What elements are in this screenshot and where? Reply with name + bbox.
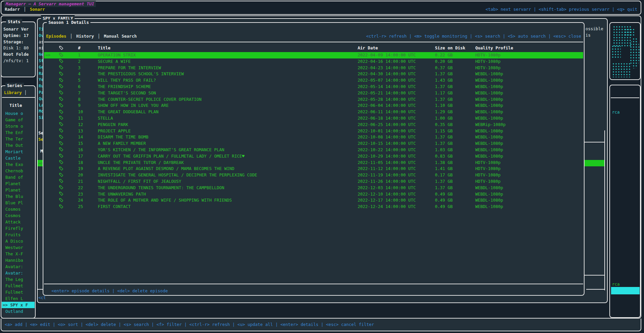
episode-row[interactable]: 15A NEW FAMILY MEMBER2022-10-15 14:00:00…: [44, 140, 583, 147]
episode-row[interactable]: 18UNCLE THE PRIVATE TUTOR / DAYBREAK2022…: [44, 160, 583, 166]
episode-row[interactable]: 16YOR'S KITCHEN / THE INFORMANT'S GREAT …: [44, 147, 583, 153]
episode-quality: WEBDL-1080p: [475, 77, 583, 84]
episode-number: 1: [78, 52, 98, 58]
episode-number: 17: [78, 153, 98, 160]
selection-marker: [44, 115, 59, 122]
poster-panel: [609, 22, 641, 80]
series-list-item[interactable]: Fullmet: [2, 289, 35, 295]
series-list-item[interactable]: Chernob: [2, 168, 35, 174]
series-list-item[interactable]: Storm o: [2, 123, 35, 129]
episode-size: 1.37 GB: [435, 140, 475, 147]
episode-row[interactable]: 22THE UNDERGROUND TENNIS TOURNAMENT: THE…: [44, 185, 583, 191]
episode-row[interactable]: 14DISARM THE TIME BOMB2022-10-08 14:00:0…: [44, 134, 583, 140]
series-list-item[interactable]: Westwor: [2, 244, 35, 251]
selection-marker: [44, 147, 59, 153]
episode-row[interactable]: 3PREPARE FOR THE INTERVIEW2022-04-23 14:…: [44, 65, 583, 71]
series-list-item[interactable]: House o: [2, 110, 35, 117]
series-list: House oGame ofStorm oThe EnfThe TerThe O…: [2, 110, 35, 315]
managarr-app: Managarr — A Servarr management TUI Rada…: [0, 0, 644, 333]
episode-air-date: 2022-05-07 14:00:00 UTC: [358, 77, 435, 84]
episode-number: 21: [78, 178, 98, 185]
series-list-item[interactable]: Band of: [2, 174, 35, 180]
series-list-item[interactable]: Cosmos: [2, 212, 35, 219]
episode-quality: WEBDL-1080p: [475, 191, 583, 198]
series-list-item[interactable]: Planet: [2, 180, 35, 187]
episode-air-date: 2022-11-05 14:00:00 UTC: [358, 160, 435, 166]
episode-row[interactable]: 13PROJECT APPLE2022-10-01 14:00:00 UTC1.…: [44, 128, 583, 134]
series-list-item[interactable]: Firefly: [2, 225, 35, 232]
episode-row[interactable]: =>1OPERATION STRIX2022-04-09 14:00:00 UT…: [44, 52, 583, 58]
tab-manual-search[interactable]: Manual Search: [104, 33, 137, 39]
episode-row[interactable]: 7THE TARGET'S SECOND SON2022-05-21 14:00…: [44, 90, 583, 96]
series-list-item[interactable]: Hanniba: [2, 257, 35, 263]
series-list-item[interactable]: The Exo: [2, 161, 35, 168]
episode-size: 0.37 GB: [435, 65, 475, 71]
episode-air-date: 2022-11-19 14:00:00 UTC: [358, 172, 435, 178]
series-list-item[interactable]: Elfen L: [2, 295, 35, 302]
episode-row[interactable]: 21NIGHTFALL / FIRST FIT OF JEALOUSY2022-…: [44, 178, 583, 185]
series-list-item[interactable]: Avatar:: [2, 270, 35, 276]
column-size: Size on Disk: [435, 45, 475, 51]
episode-quality: HDTV-1080p: [475, 172, 583, 178]
episode-row[interactable]: 5WILL THEY PASS OR FAIL?2022-05-07 14:00…: [44, 77, 583, 84]
episode-row[interactable]: 12PENGUIN PARK2022-06-25 14:00:00 UTC0.3…: [44, 122, 583, 128]
episode-quality: WEBDL-1080p: [475, 102, 583, 109]
episode-row[interactable]: 6THE FRIENDSHIP SCHEME2022-05-14 14:00:0…: [44, 84, 583, 90]
episode-number: 8: [78, 96, 98, 103]
episode-row[interactable]: 10THE GREAT DODGEBALL PLAN2022-06-11 14:…: [44, 109, 583, 115]
tab-sonarr[interactable]: Sonarr: [30, 6, 45, 12]
series-list-item[interactable]: The Leg: [2, 276, 35, 283]
series-list-item[interactable]: The X-F: [2, 251, 35, 257]
episode-row[interactable]: 19A REVENGE PLOT AGAINST DESMOND / MAMA …: [44, 166, 583, 172]
series-list-item[interactable]: Game of: [2, 117, 35, 123]
series-list-item[interactable]: Cosmos: [2, 206, 35, 212]
episode-row[interactable]: 8THE COUNTER-SECRET POLICE COVER OPERATI…: [44, 96, 583, 103]
episode-row[interactable]: 25FIRST CONTACT2022-12-24 14:00:00 UTC0.…: [44, 204, 583, 210]
bookmark-icon: [59, 122, 78, 128]
tab-episodes[interactable]: Episodes: [46, 33, 66, 39]
series-list-item[interactable]: Fruits: [2, 232, 35, 238]
tab-radarr[interactable]: Radarr: [5, 6, 20, 12]
series-list-item[interactable]: The Blu: [2, 193, 35, 200]
episode-title: FIRST CONTACT: [98, 204, 358, 210]
episode-row[interactable]: 4THE PRESTIGIOUS SCHOOL'S INTERVIEW2022-…: [44, 71, 583, 77]
episodes-table-header: # Title Air Date Size on Disk Quality Pr…: [44, 45, 583, 51]
episode-row[interactable]: 2SECURE A WIFE2022-04-16 14:00:00 UTC0.2…: [44, 58, 583, 65]
series-list-item[interactable]: Castle: [2, 155, 35, 161]
tab-history[interactable]: History: [76, 33, 94, 39]
bookmark-icon: [59, 71, 78, 77]
episode-air-date: 2022-06-11 14:00:00 UTC: [358, 109, 435, 115]
series-list-item[interactable]: Outland: [2, 308, 35, 315]
series-list-item[interactable]: The Ter: [2, 136, 35, 142]
episode-row[interactable]: 17CARRY OUT THE GRIFFIN PLAN / FULLMETAL…: [44, 153, 583, 160]
series-list-item[interactable]: Attack: [2, 219, 35, 225]
episode-size: 1.37 GB: [435, 134, 475, 140]
series-list-item[interactable]: Planet: [2, 187, 35, 193]
episode-size: 0.35 GB: [435, 122, 475, 128]
episode-air-date: 2022-06-25 14:00:00 UTC: [358, 122, 435, 128]
series-list-item[interactable]: The Enf: [2, 129, 35, 136]
episode-row[interactable]: 24THE ROLE OF A MOTHER AND WIFE / SHOPPI…: [44, 197, 583, 204]
episode-title: THE PRESTIGIOUS SCHOOL'S INTERVIEW: [98, 71, 358, 77]
series-list-item[interactable]: The Out: [2, 142, 35, 149]
series-list-item[interactable]: Moriart: [2, 149, 35, 155]
tab-library[interactable]: Library │: [4, 89, 27, 96]
episode-row[interactable]: 11STELLA2022-06-18 14:00:00 UTC1.00 GBWE…: [44, 115, 583, 122]
series-list-item[interactable]: Avatar:: [2, 263, 35, 270]
series-list-item[interactable]: => SPY x F: [2, 302, 35, 308]
series-list-item[interactable]: Fullmet: [2, 283, 35, 289]
stat-line: /nfs/tv: 1: [2, 58, 34, 64]
series-list-item[interactable]: A Disco: [2, 238, 35, 244]
selection-marker: [44, 58, 59, 65]
episode-row[interactable]: 23THE UNWAVERING PATH2022-12-10 14:00:00…: [44, 191, 583, 198]
selection-marker: =>: [44, 52, 59, 58]
episode-row[interactable]: 20INVESTIGATE THE GENERAL HOSPITAL / DEC…: [44, 172, 583, 178]
series-list-item[interactable]: Blue Pl: [2, 200, 35, 206]
selection-marker: [44, 191, 59, 198]
episode-quality: WEBDL-1080p: [475, 115, 583, 122]
episode-row[interactable]: 9SHOW OFF HOW IN LOVE YOU ARE2022-06-04 …: [44, 102, 583, 109]
bookmark-icon: [59, 77, 78, 84]
episode-title: CARRY OUT THE GRIFFIN PLAN / FULLMETAL L…: [98, 153, 358, 160]
episode-title: SHOW OFF HOW IN LOVE YOU ARE: [98, 102, 358, 109]
episode-air-date: 2022-10-22 14:00:00 UTC: [358, 147, 435, 153]
